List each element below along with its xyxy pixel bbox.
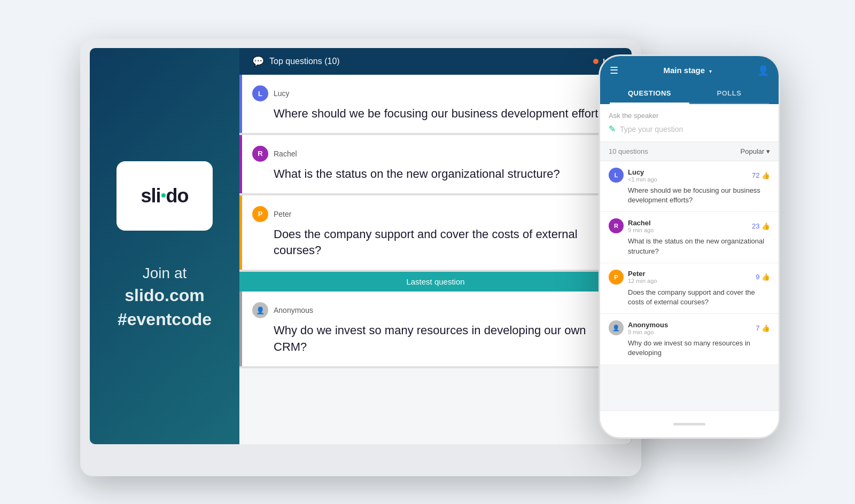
questions-list: L Lucy Where should we be focusing our b… [239, 75, 632, 444]
list-item: 👤 Anonymous 9 min ago 7 👍 Why do we inve… [600, 314, 779, 365]
question-text: Does the company support and cover the c… [252, 226, 619, 259]
pq-text: Does the company support and cover the c… [609, 288, 770, 307]
header-title: Top questions (10) [269, 57, 340, 66]
left-panel: slido Join at slido.com #eventcode [90, 48, 239, 444]
questions-count-row: 10 questions Popular ▾ [600, 142, 779, 161]
author-name: Peter [274, 210, 291, 218]
stage-title: Main stage [664, 66, 705, 75]
phone-body: Ask the speaker ✎ Type your question 10 … [600, 104, 779, 411]
logo-dot [161, 193, 166, 198]
pq-user: 👤 Anonymous 9 min ago [609, 320, 668, 335]
pq-name: Rachel [628, 219, 654, 227]
avatar: L [609, 168, 624, 183]
pq-name-time: Rachel 9 min ago [628, 219, 654, 233]
pq-header: P Peter 12 min ago 9 👍 [609, 270, 770, 285]
pq-text: Where should we be focusing our business… [609, 186, 770, 205]
pq-user: L Lucy <1 min ago [609, 168, 657, 183]
phone-header: ☰ Main stage ▾ 👤 QUESTIONS POLLS [600, 56, 779, 104]
phone-tabs: QUESTIONS POLLS [610, 84, 769, 104]
pq-header: R Rachel 9 min ago 23 👍 [609, 218, 770, 233]
type-question-placeholder: Type your question [620, 125, 683, 133]
hamburger-icon[interactable]: ☰ [610, 65, 618, 76]
phone-bottom [600, 411, 779, 437]
list-item: R Rachel 9 min ago 23 👍 What is the stat… [600, 212, 779, 263]
stage-label: Main stage ▾ [664, 66, 712, 75]
pq-text: What is the status on the new organizati… [609, 237, 770, 256]
content-header: 💬 Top questions (10) Main [239, 48, 632, 75]
phone-top-bar: ☰ Main stage ▾ 👤 [610, 65, 769, 76]
author-name: Rachel [274, 149, 297, 158]
avatar: 👤 [252, 302, 268, 318]
pq-likes[interactable]: 7 👍 [756, 324, 770, 332]
avatar: R [252, 146, 268, 162]
ask-speaker-label: Ask the speaker [609, 112, 770, 120]
pq-name-time: Lucy <1 min ago [628, 168, 657, 183]
status-dot [593, 59, 598, 64]
question-text: Why do we invest so many resources in de… [252, 322, 619, 356]
avatar: L [252, 85, 268, 101]
phone-mockup: ☰ Main stage ▾ 👤 QUESTIONS POLLS Ask the… [598, 54, 780, 439]
stage-arrow-icon: ▾ [709, 68, 712, 74]
pq-text: Why do we invest so many resources in de… [609, 338, 770, 358]
laptop-screen: slido Join at slido.com #eventcode 💬 Top… [90, 48, 632, 444]
question-author: 👤 Anonymous [252, 302, 619, 318]
question-text: Where should we be focusing our business… [252, 106, 619, 122]
pq-name: Lucy [628, 168, 657, 176]
avatar: R [609, 218, 624, 233]
pq-likes[interactable]: 9 👍 [756, 273, 770, 281]
slido-logo-box: slido [116, 161, 213, 231]
table-row: P Peter Does the company support and cov… [239, 195, 632, 272]
pq-name-time: Anonymous 9 min ago [628, 321, 668, 335]
question-text: What is the status on the new organizati… [252, 166, 619, 183]
ask-speaker-box: Ask the speaker ✎ Type your question [600, 104, 779, 142]
pq-time: 12 min ago [628, 278, 657, 284]
user-icon[interactable]: 👤 [757, 65, 769, 76]
question-author: R Rachel [252, 146, 619, 162]
pq-name: Anonymous [628, 321, 668, 329]
pq-name: Peter [628, 270, 657, 278]
main-content: 💬 Top questions (10) Main L Lucy W [239, 48, 632, 444]
slido-logo: slido [141, 185, 188, 207]
scene: slido Join at slido.com #eventcode 💬 Top… [53, 22, 802, 482]
laptop-mockup: slido Join at slido.com #eventcode 💬 Top… [80, 38, 641, 476]
author-name: Anonymous [274, 306, 313, 314]
table-row: R Rachel What is the status on the new o… [239, 135, 632, 195]
pq-likes[interactable]: 72 👍 [752, 171, 770, 179]
avatar: P [609, 270, 624, 285]
pq-user: P Peter 12 min ago [609, 270, 657, 285]
list-item: L Lucy <1 min ago 72 👍 Where should we b… [600, 161, 779, 212]
chat-icon: 💬 [252, 56, 264, 67]
avatar: P [252, 206, 268, 222]
question-author: P Peter [252, 206, 619, 222]
question-author: L Lucy [252, 85, 619, 101]
pq-likes[interactable]: 23 👍 [752, 222, 770, 230]
edit-icon: ✎ [609, 124, 616, 134]
home-indicator [673, 423, 705, 426]
table-row: 👤 Anonymous Why do we invest so many res… [239, 292, 632, 368]
questions-count: 10 questions [609, 147, 648, 155]
list-item: P Peter 12 min ago 9 👍 Does the company … [600, 263, 779, 314]
pq-header: L Lucy <1 min ago 72 👍 [609, 168, 770, 183]
author-name: Lucy [274, 89, 290, 98]
pq-time: 9 min ago [628, 227, 654, 233]
pq-name-time: Peter 12 min ago [628, 270, 657, 284]
pq-header: 👤 Anonymous 9 min ago 7 👍 [609, 320, 770, 335]
tab-polls[interactable]: POLLS [689, 84, 769, 103]
pq-time: 9 min ago [628, 329, 668, 335]
pq-time: <1 min ago [628, 176, 657, 183]
pq-user: R Rachel 9 min ago [609, 218, 654, 233]
latest-banner: Lastest question [239, 272, 632, 292]
table-row: L Lucy Where should we be focusing our b… [239, 75, 632, 135]
avatar: 👤 [609, 320, 624, 335]
join-text: Join at slido.com #eventcode [118, 263, 212, 332]
sort-dropdown[interactable]: Popular ▾ [741, 147, 770, 155]
type-question-row[interactable]: ✎ Type your question [609, 124, 770, 134]
tab-questions[interactable]: QUESTIONS [610, 84, 689, 104]
